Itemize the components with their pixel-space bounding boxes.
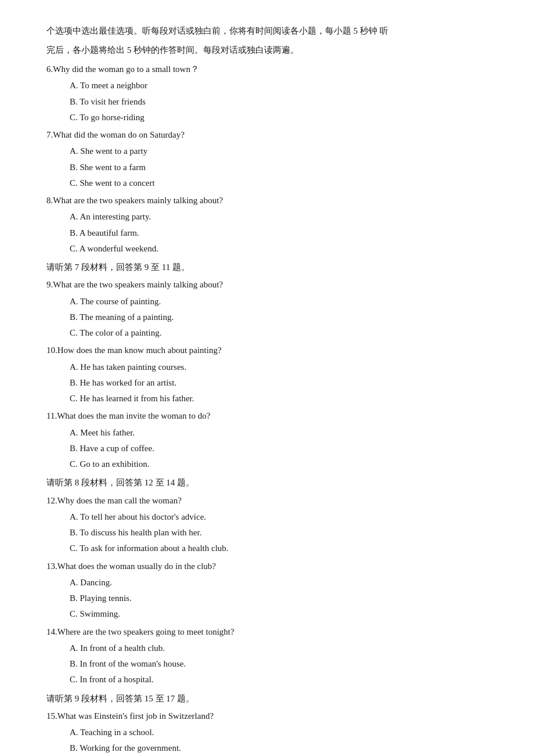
question-8-block: 8.What are the two speakers mainly talki… [46, 193, 488, 256]
question-9-block: 9.What are the two speakers mainly talki… [46, 277, 488, 340]
q10-option-c: C. He has learned it from his father. [70, 391, 488, 406]
q13-option-a: A. Dancing. [70, 575, 488, 590]
question-15-options: A. Teaching in a school. B. Working for … [46, 725, 488, 756]
q15-option-b: B. Working for the government. [70, 740, 488, 755]
q8-option-b: B. A beautiful farm. [70, 225, 488, 240]
question-11-options: A. Meet his father. B. Have a cup of cof… [46, 425, 488, 472]
q13-option-c: C. Swimming. [70, 606, 488, 621]
question-12-block: 12.Why does the man call the woman? A. T… [46, 493, 488, 556]
q6-option-b: B. To visit her friends [70, 94, 488, 109]
q14-option-b: B. In front of the woman's house. [70, 656, 488, 671]
question-13-options: A. Dancing. B. Playing tennis. C. Swimmi… [46, 575, 488, 622]
question-13-block: 13.What does the woman usually do in the… [46, 559, 488, 622]
q12-option-b: B. To discuss his health plan with her. [70, 525, 488, 540]
question-12-title: 12.Why does the man call the woman? [46, 493, 488, 508]
section-8-header: 请听第 8 段材料，回答第 12 至 14 题。 [46, 475, 488, 490]
question-15-block: 15.What was Einstein's first job in Swit… [46, 708, 488, 756]
q7-option-a: A. She went to a party [70, 143, 488, 159]
question-6-options: A. To meet a neighbor B. To visit her fr… [46, 78, 488, 125]
q10-option-a: A. He has taken painting courses. [70, 359, 488, 375]
q11-option-b: B. Have a cup of coffee. [70, 441, 488, 456]
question-8-title: 8.What are the two speakers mainly talki… [46, 193, 488, 208]
question-10-title: 10.How does the man know much about pain… [46, 343, 488, 358]
question-13-title: 13.What does the woman usually do in the… [46, 559, 488, 574]
section-7-header: 请听第 7 段材料，回答第 9 至 11 题。 [46, 260, 488, 275]
question-6-block: 6.Why did the woman go to a small town？ … [46, 62, 488, 125]
q6-option-c: C. To go horse-riding [70, 110, 488, 125]
question-7-options: A. She went to a party B. She went to a … [46, 143, 488, 190]
intro-line2: 完后，各小题将给出 5 秒钟的作答时间。每段对话或独白读两遍。 [46, 42, 488, 58]
question-12-options: A. To tell her about his doctor's advice… [46, 509, 488, 556]
q9-option-c: C. The color of a painting. [70, 325, 488, 340]
q12-option-c: C. To ask for information about a health… [70, 541, 488, 556]
q6-option-a: A. To meet a neighbor [70, 78, 488, 93]
question-9-options: A. The course of painting. B. The meanin… [46, 294, 488, 341]
q14-option-c: C. In front of a hospital. [70, 672, 488, 687]
q11-option-a: A. Meet his father. [70, 425, 488, 440]
question-11-block: 11.What does the man invite the woman to… [46, 408, 488, 471]
q7-option-b: B. She went to a farm [70, 160, 488, 175]
q8-option-c: C. A wonderful weekend. [70, 241, 488, 256]
q9-option-b: B. The meaning of a painting. [70, 309, 488, 325]
q15-option-a: A. Teaching in a school. [70, 725, 488, 740]
q10-option-b: B. He has worked for an artist. [70, 375, 488, 390]
question-14-block: 14.Where are the two speakers going to m… [46, 624, 488, 687]
question-14-options: A. In front of a health club. B. In fron… [46, 640, 488, 687]
q14-option-a: A. In front of a health club. [70, 640, 488, 656]
question-8-options: A. An interesting party. B. A beautiful … [46, 209, 488, 256]
page-content: 个选项中选出最佳选项。听每段对话或独白前，你将有时间阅读各小题，每小题 5 秒钟… [46, 23, 488, 756]
q9-option-a: A. The course of painting. [70, 294, 488, 309]
question-9-title: 9.What are the two speakers mainly talki… [46, 277, 488, 292]
q7-option-c: C. She went to a concert [70, 175, 488, 190]
q12-option-a: A. To tell her about his doctor's advice… [70, 509, 488, 524]
question-10-block: 10.How does the man know much about pain… [46, 343, 488, 406]
q13-option-b: B. Playing tennis. [70, 591, 488, 606]
intro-line1: 个选项中选出最佳选项。听每段对话或独白前，你将有时间阅读各小题，每小题 5 秒钟… [46, 23, 488, 39]
section-9-header: 请听第 9 段材料，回答第 15 至 17 题。 [46, 691, 488, 706]
intro-text-line2: 完后，各小题将给出 5 秒钟的作答时间。每段对话或独白读两遍。 [46, 45, 299, 55]
question-6-title: 6.Why did the woman go to a small town？ [46, 62, 488, 77]
question-10-options: A. He has taken painting courses. B. He … [46, 359, 488, 406]
question-15-title: 15.What was Einstein's first job in Swit… [46, 708, 488, 723]
question-14-title: 14.Where are the two speakers going to m… [46, 624, 488, 639]
q11-option-c: C. Go to an exhibition. [70, 456, 488, 471]
question-11-title: 11.What does the man invite the woman to… [46, 408, 488, 423]
question-7-block: 7.What did the woman do on Saturday? A. … [46, 127, 488, 190]
q8-option-a: A. An interesting party. [70, 209, 488, 224]
intro-text-line1: 个选项中选出最佳选项。听每段对话或独白前，你将有时间阅读各小题，每小题 5 秒钟… [46, 26, 388, 35]
question-7-title: 7.What did the woman do on Saturday? [46, 127, 488, 142]
